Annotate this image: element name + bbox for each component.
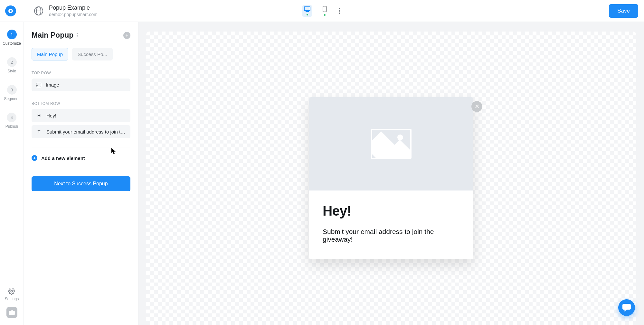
chat-icon bbox=[622, 304, 631, 311]
element-label: Hey! bbox=[46, 113, 126, 118]
element-item-text[interactable]: T Submit your email address to join th..… bbox=[32, 125, 130, 138]
chat-launcher-button[interactable] bbox=[618, 299, 635, 316]
side-panel: Main Popup + Main Popup Success Po... TO… bbox=[24, 22, 138, 325]
element-item-image[interactable]: Image bbox=[32, 79, 130, 91]
image-icon bbox=[36, 83, 41, 87]
section-bottom-row-label: BOTTOM ROW bbox=[32, 101, 130, 106]
svg-point-0 bbox=[11, 290, 13, 292]
device-switch bbox=[302, 5, 342, 17]
step-label: Publish bbox=[5, 124, 18, 129]
popup-headline[interactable]: Hey! bbox=[323, 203, 460, 219]
preview-canvas: ✕ Hey! Submit your email address to join… bbox=[138, 22, 644, 325]
popup-steps-tabs: Main Popup Success Po... bbox=[32, 48, 130, 60]
project-title-block: Popup Example demo2.popupsmart.com bbox=[49, 5, 98, 17]
briefcase-icon bbox=[9, 310, 15, 315]
status-dot-icon bbox=[307, 14, 308, 15]
step-number: 3 bbox=[7, 85, 17, 95]
settings-label: Settings bbox=[5, 297, 19, 301]
desktop-icon bbox=[304, 6, 310, 12]
heading-icon: H bbox=[36, 113, 42, 118]
popup-subtext[interactable]: Submit your email address to join the gi… bbox=[323, 228, 460, 243]
step-label: Segment bbox=[4, 97, 19, 101]
text-icon: T bbox=[36, 129, 42, 135]
element-label: Submit your email address to join th... bbox=[46, 129, 126, 135]
save-button[interactable]: Save bbox=[609, 4, 638, 18]
project-domain: demo2.popupsmart.com bbox=[49, 12, 98, 17]
status-dot-icon bbox=[324, 14, 326, 16]
settings-button[interactable]: Settings bbox=[5, 288, 19, 301]
preview-viewport: ✕ Hey! Submit your email address to join… bbox=[146, 32, 636, 325]
globe-icon bbox=[34, 6, 43, 15]
popup-close-button[interactable]: ✕ bbox=[471, 101, 482, 112]
tab-main-popup[interactable]: Main Popup bbox=[32, 48, 68, 60]
step-segment[interactable]: 3 Segment bbox=[4, 85, 19, 101]
element-label: Image bbox=[46, 82, 126, 88]
popup-image-area[interactable] bbox=[309, 97, 473, 190]
add-element-button[interactable]: + Add a new element bbox=[32, 155, 130, 161]
step-customize[interactable]: 1 Customize bbox=[3, 30, 21, 46]
step-label: Customize bbox=[3, 41, 21, 46]
close-icon: ✕ bbox=[475, 103, 479, 110]
step-number: 1 bbox=[7, 30, 17, 39]
step-rail: 1 Customize 2 Style 3 Segment 4 Publish … bbox=[0, 22, 24, 325]
step-style[interactable]: 2 Style bbox=[7, 57, 17, 73]
add-element-label: Add a new element bbox=[41, 155, 85, 161]
step-publish[interactable]: 4 Publish bbox=[5, 113, 18, 129]
tab-success-popup[interactable]: Success Po... bbox=[72, 48, 113, 60]
next-button[interactable]: Next to Success Popup bbox=[32, 176, 130, 191]
project-title: Popup Example bbox=[49, 5, 98, 11]
element-item-headline[interactable]: H Hey! bbox=[32, 109, 130, 122]
step-number: 2 bbox=[7, 57, 17, 67]
step-label: Style bbox=[7, 69, 16, 73]
more-menu-button[interactable] bbox=[337, 6, 342, 16]
device-desktop-button[interactable] bbox=[302, 5, 312, 17]
gear-icon bbox=[8, 288, 15, 295]
add-step-button[interactable]: + bbox=[123, 32, 130, 39]
device-mobile-button[interactable] bbox=[319, 5, 330, 17]
step-number: 4 bbox=[7, 113, 16, 122]
panel-title-menu-button[interactable] bbox=[77, 33, 78, 37]
top-bar: Popup Example demo2.popupsmart.com Save bbox=[0, 0, 644, 22]
popup-preview[interactable]: ✕ Hey! Submit your email address to join… bbox=[309, 97, 473, 259]
plus-icon: + bbox=[32, 155, 37, 161]
panel-title: Main Popup bbox=[32, 31, 73, 40]
section-top-row-label: TOP ROW bbox=[32, 71, 130, 75]
image-placeholder-icon bbox=[371, 129, 412, 159]
brand-logo[interactable] bbox=[5, 5, 16, 16]
mobile-icon bbox=[323, 6, 327, 12]
toolbox-button[interactable] bbox=[6, 307, 17, 318]
